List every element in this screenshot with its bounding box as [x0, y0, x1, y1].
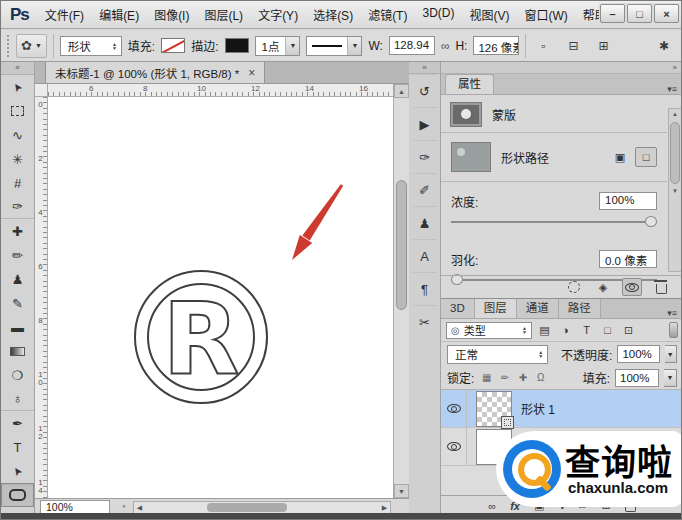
dodge-tool[interactable]: ♁	[1, 387, 34, 411]
brush-tool[interactable]: ✏	[1, 243, 34, 267]
toolbar-collapse[interactable]: «	[1, 62, 34, 75]
blend-mode-select[interactable]: 正常	[447, 345, 548, 364]
lasso-tool[interactable]: ∿	[1, 123, 34, 147]
menu-item[interactable]: 图层(L)	[204, 6, 243, 23]
close-button[interactable]: ×	[654, 4, 679, 23]
stroke-style-combo[interactable]: ▼	[306, 36, 362, 56]
minimize-button[interactable]: –	[600, 4, 625, 23]
lock-all-icon[interactable]: Ω	[533, 370, 548, 385]
panel-collapse[interactable]: »	[441, 62, 682, 74]
pen-tool[interactable]: ✒	[1, 411, 34, 435]
tool-mode-select[interactable]: 形状	[60, 36, 122, 56]
panel-menu-icon[interactable]: ▾≡	[667, 308, 677, 318]
maximize-button[interactable]: □	[627, 4, 652, 23]
scroll-thumb[interactable]	[670, 122, 680, 184]
arrange-icon[interactable]: ⊞	[592, 35, 614, 57]
quick-selection-tool[interactable]: ✳	[1, 147, 34, 171]
status-info-icon[interactable]: ◔	[120, 501, 126, 512]
horizontal-type-tool[interactable]: T	[1, 435, 34, 459]
clone-stamp-tool[interactable]: ♟	[1, 267, 34, 291]
filter-adjustment-icon[interactable]: ◑	[556, 322, 575, 338]
history-brush-tool[interactable]: ✎	[1, 291, 34, 315]
filter-smart-object-icon[interactable]: ⊡	[619, 322, 638, 338]
close-tab-icon[interactable]: ×	[248, 66, 255, 80]
character-panel-icon[interactable]: A	[412, 239, 437, 272]
add-pixel-mask-icon[interactable]: ▣	[609, 147, 631, 167]
panel-menu-icon[interactable]: ▾≡	[667, 84, 677, 94]
delete-mask-icon[interactable]	[651, 278, 671, 296]
blur-tool[interactable]: ❍	[1, 363, 34, 387]
dropdown-arrow-icon[interactable]: ▼	[665, 345, 677, 363]
menu-item[interactable]: 文字(Y)	[258, 6, 298, 23]
filter-type-icon[interactable]: T	[577, 322, 596, 338]
scroll-up-icon[interactable]: ▲	[394, 84, 409, 98]
menu-item[interactable]: 3D(D)	[422, 6, 454, 23]
filter-shape-icon[interactable]: □	[598, 322, 617, 338]
scroll-right-icon[interactable]: ▶	[379, 502, 390, 513]
scroll-down-icon[interactable]: ▼	[394, 484, 409, 498]
rectangular-marquee-tool[interactable]	[1, 99, 34, 123]
dropdown-arrow-icon[interactable]: ▼	[664, 369, 677, 387]
eyedropper-tool[interactable]: ✑	[1, 195, 34, 219]
shape-path-thumbnail[interactable]	[451, 142, 491, 172]
link-dimensions-icon[interactable]: ∞	[441, 39, 450, 53]
fill-input[interactable]: 100%	[615, 369, 659, 387]
feather-input[interactable]: 0.0 像素	[599, 250, 657, 268]
zoom-level-input[interactable]: 100%	[40, 500, 110, 514]
menu-item[interactable]: 滤镜(T)	[368, 6, 407, 23]
width-input[interactable]: 128.94	[389, 36, 435, 55]
panel-tab[interactable]: 通道	[517, 299, 559, 318]
canvas[interactable]: R	[48, 97, 393, 498]
menu-item[interactable]: 选择(S)	[313, 6, 353, 23]
menu-item[interactable]: 文件(F)	[45, 6, 84, 23]
tab-properties[interactable]: 属性	[445, 74, 494, 94]
dock-collapse[interactable]: «	[409, 62, 440, 74]
apply-mask-icon[interactable]: ◈	[593, 278, 613, 296]
eraser-tool[interactable]: ▬	[1, 315, 34, 339]
lock-position-icon[interactable]: ✚	[515, 370, 530, 385]
fill-swatch-none[interactable]	[161, 38, 185, 53]
panel-tab[interactable]: 3D	[441, 299, 475, 318]
menu-item[interactable]: 编辑(E)	[99, 6, 139, 23]
paragraph-panel-icon[interactable]: ¶	[412, 272, 437, 305]
layer-row-shape-1[interactable]: 形状 1	[441, 390, 682, 428]
opacity-input[interactable]: 100%	[617, 345, 659, 363]
tool-preset-picker[interactable]: ✿▼	[16, 34, 47, 58]
path-operations-icon[interactable]: ▫	[532, 35, 554, 57]
scroll-left-icon[interactable]: ◀	[134, 502, 145, 513]
rounded-rectangle-tool[interactable]	[1, 483, 34, 507]
tool-presets-panel-icon[interactable]: ✂	[412, 305, 437, 338]
gradient-tool[interactable]	[1, 339, 34, 363]
add-vector-mask-icon[interactable]: □	[635, 147, 657, 167]
link-layers-icon[interactable]: ∞	[488, 500, 496, 512]
menu-item[interactable]: 窗口(W)	[524, 6, 567, 23]
scroll-up-icon[interactable]: ▲	[669, 109, 681, 120]
density-slider[interactable]	[451, 215, 657, 228]
move-tool[interactable]: ➤	[1, 75, 34, 99]
dropdown-arrow-icon[interactable]: ▼	[347, 37, 361, 55]
spot-healing-brush-tool[interactable]: ✚	[1, 219, 34, 243]
height-input[interactable]: 126 像素	[473, 36, 519, 55]
mask-visibility-eye-icon[interactable]	[622, 278, 642, 296]
stroke-swatch[interactable]	[225, 38, 249, 53]
vertical-scrollbar[interactable]: ▲ ▼	[393, 84, 409, 498]
filter-pixel-icon[interactable]: ▤	[535, 322, 554, 338]
filter-toggle[interactable]	[669, 322, 678, 338]
scroll-down-icon[interactable]: ▼	[669, 186, 681, 197]
mask-selection-icon[interactable]	[564, 278, 584, 296]
layer-name[interactable]: 形状 1	[521, 400, 555, 417]
panel-tab[interactable]: 图层	[475, 299, 517, 318]
properties-scrollbar[interactable]: ▲ ▼	[668, 108, 682, 272]
vertical-scroll-thumb[interactable]	[396, 180, 407, 310]
layer-filter-select[interactable]: ◎ 类型	[446, 322, 532, 339]
stroke-width-combo[interactable]: 1点▼	[255, 36, 301, 56]
layer-thumbnail[interactable]	[476, 391, 512, 427]
panel-tab[interactable]: 路径	[559, 299, 601, 318]
crop-tool[interactable]: #	[1, 171, 34, 195]
align-icon[interactable]: ⊟	[562, 35, 584, 57]
density-input[interactable]: 100%	[599, 192, 657, 210]
horizontal-scroll-thumb[interactable]	[207, 503, 287, 512]
menu-item[interactable]: 图像(I)	[154, 6, 189, 23]
options-grip[interactable]	[7, 35, 10, 57]
density-slider-knob[interactable]	[645, 216, 657, 227]
